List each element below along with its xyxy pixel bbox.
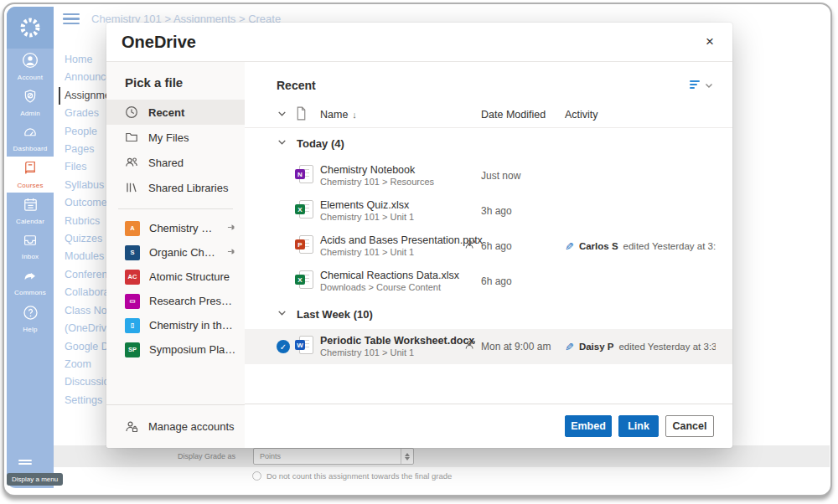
global-nav-calendar[interactable]: Calendar [7,193,54,229]
picker-nav-shared-libraries[interactable]: Shared Libraries [106,175,245,200]
site-logo-icon: AC [125,270,140,285]
file-date-modified: 6h ago [481,275,565,287]
powerpoint-file-icon: P [295,234,313,255]
file-row[interactable]: X Elements Quiz.xlsxChemistry 101 > Unit… [245,193,732,229]
site-logo-icon: ▯ [125,318,140,333]
embed-button[interactable]: Embed [565,415,612,437]
file-name: Elements Quiz.xlsx [320,199,464,212]
global-nav-inbox[interactable]: Inbox [7,229,54,265]
shared-people-icon [464,339,476,353]
edit-pencil-icon: ✎ [565,240,574,253]
list-toolbar: Recent [245,62,732,92]
modal-header: OneDrive × [106,23,732,62]
display-grade-row: Display Grade as Points [54,445,830,467]
file-path: Chemistry 101 > Unit 1 [320,347,464,358]
file-activity: ✎Carlos S edited Yesterday at 3:30pm [565,240,716,253]
file-row[interactable]: P Acids and Bases Presentation.pptxChemi… [245,229,732,264]
file-path: Chemistry 101 > Unit 1 [320,247,464,258]
group-chevron-down-icon[interactable] [277,307,295,321]
global-nav-commons[interactable]: Commons [7,265,54,301]
file-row[interactable]: X Chemical Reactions Data.xlsxDownloads … [245,264,732,299]
clock-icon [125,105,138,119]
group-header-row[interactable]: Last Week (10) [245,299,732,329]
group-chevron-down-icon[interactable] [277,136,295,150]
group-header-row[interactable]: Today (4) [245,128,732,158]
site-research-presentation[interactable]: ▭ Research Presentation... [106,289,245,313]
tooltip-text: Display a menu [7,473,63,486]
picker-nav-my-files[interactable]: My Files [106,125,245,150]
site-chemistry-in-the-media[interactable]: ▯ Chemistry in the Media [106,313,245,337]
person-settings-icon [125,420,138,434]
site-logo-icon: SP [125,342,140,357]
column-date-modified[interactable]: Date Modified [481,109,565,121]
modal-title: OneDrive [122,33,699,52]
file-date-modified: 6h ago [481,240,565,252]
commons-icon [22,269,39,287]
file-row[interactable]: N Chemistry NotebookChemistry 101 > Reso… [245,158,732,193]
table-header: Name ↓ Date Modified Activity [245,102,732,128]
sort-descending-icon: ↓ [352,110,357,120]
column-name[interactable]: Name ↓ [320,109,464,121]
global-nav-dashboard[interactable]: Dashboard [7,121,54,157]
cancel-button[interactable]: Cancel [665,415,714,437]
file-date-modified: Mon at 9:00 am [481,341,565,352]
onenote-file-icon: N [295,164,313,184]
file-path: Chemistry 101 > Resources [320,177,464,188]
global-nav-courses[interactable]: Courses [7,157,54,193]
collapse-menu-icon[interactable] [18,460,32,468]
site-atomic-structure[interactable]: AC Atomic Structure [106,265,245,289]
folder-icon [125,131,138,144]
excel-file-icon: X [295,199,313,219]
file-name: Chemical Reactions Data.xlsx [320,270,464,282]
shared-people-icon [464,239,476,253]
document-icon [295,106,320,123]
final-grade-checkbox[interactable] [252,471,261,481]
canvas-logo-icon[interactable] [7,7,54,49]
hamburger-icon[interactable] [63,13,80,25]
modal-footer: Embed Link Cancel [245,404,732,448]
manage-accounts-button[interactable]: Manage accounts [106,404,245,448]
global-nav-admin[interactable]: Admin [7,85,54,121]
list-heading: Recent [277,79,690,92]
site-logo-icon: ▭ [125,294,140,309]
edit-pencil-icon: ✎ [565,341,574,353]
picker-heading: Pick a file [125,75,245,90]
global-nav-account[interactable]: Account [7,49,54,85]
pin-icon[interactable] [227,222,236,234]
file-date-modified: Just now [481,170,565,182]
group-label: Last Week (10) [297,308,464,321]
library-icon [125,181,138,194]
group-label: Today (4) [297,137,464,150]
selected-check-icon[interactable]: ✓ [277,340,290,353]
screenshot: Chemistry 101 > Assignments > Create Hom… [0,0,838,504]
link-button[interactable]: Link [618,415,659,437]
display-grade-select[interactable]: Points [253,448,414,465]
shield-icon [23,88,38,108]
manage-accounts-label: Manage accounts [148,420,235,433]
file-name: Periodic Table Worksheet.docx [320,335,464,347]
display-grade-value: Points [254,452,401,460]
help-icon [23,305,39,324]
global-nav-help[interactable]: Help [7,301,54,337]
avatar-icon [22,52,39,72]
site-organic-chem-club[interactable]: S Organic Chem Club [106,240,245,265]
global-nav: AccountAdminDashboardCoursesCalendarInbo… [7,7,54,488]
pin-icon[interactable] [227,246,236,259]
column-activity[interactable]: Activity [565,109,716,121]
file-list-pane: Recent Name ↓ Da [245,62,732,448]
file-path: Chemistry 101 > Unit 1 [320,212,464,223]
chevron-down-icon [704,80,714,90]
picker-sidebar: Pick a file RecentMy FilesSharedShared L… [106,62,245,448]
sort-control[interactable] [690,80,714,90]
excel-file-icon: X [295,270,313,290]
close-icon[interactable]: × [699,31,721,53]
header-chevron-down-icon[interactable] [277,108,295,121]
picker-nav-recent[interactable]: Recent [106,100,245,125]
book-icon [23,160,38,180]
picker-nav-shared[interactable]: Shared [106,150,245,175]
calendar-icon [23,197,39,216]
site-logo-icon: S [125,245,140,260]
site-symposium-planning[interactable]: SP Symposium Planning [106,337,245,362]
file-row[interactable]: ✓ W Periodic Table Worksheet.docxChemist… [245,329,732,364]
site-chemistry-101[interactable]: A Chemistry 101 [106,216,245,240]
